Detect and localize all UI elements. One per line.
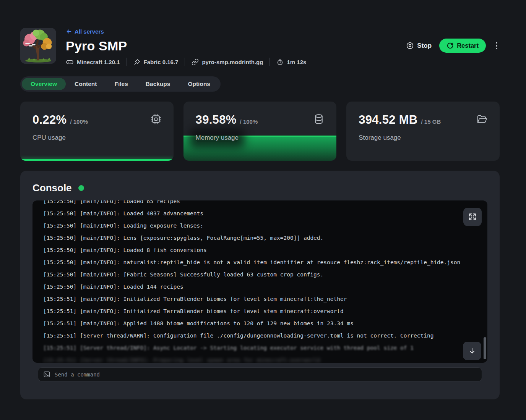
meta-uptime: 1m 12s — [276, 58, 306, 66]
meta-loader-version: Fabric 0.16.7 — [133, 58, 179, 66]
console-log-line: [15:25:50] [main/INFO]: naturalist:repti… — [43, 256, 480, 268]
gamepad-icon — [66, 58, 74, 66]
meta-server-domain[interactable]: pyro-smp.modrinth.gg — [192, 58, 263, 66]
more-options-button[interactable] — [494, 40, 500, 51]
meta-game-version: Minecraft 1.20.1 — [66, 58, 120, 66]
meta-divider — [127, 58, 127, 66]
meta-uptime-label: 1m 12s — [287, 59, 306, 65]
arrow-down-icon — [468, 347, 476, 355]
cpu-chip-icon — [150, 113, 162, 126]
console-log-line: [15:25:50] [main/INFO]: Loaded 65 recipe… — [43, 200, 480, 207]
tab-backups[interactable]: Backups — [137, 78, 179, 90]
command-bar[interactable] — [38, 367, 482, 381]
kebab-icon — [496, 42, 497, 44]
stop-button-label: Stop — [417, 42, 432, 50]
console-log-line: [15:25:50] [main/INFO]: Loaded 144 recip… — [43, 281, 480, 293]
memory-usage-label: Memory usage — [196, 134, 239, 142]
stop-icon — [406, 42, 414, 50]
cpu-usage-label: CPU usage — [32, 134, 66, 142]
tree-icon — [20, 28, 56, 64]
console-log-line: [15:25:50] [main/INFO]: Lens [exposure:s… — [43, 232, 480, 244]
server-page: All servers Pyro SMP Minecraft 1.20.1 — [20, 0, 500, 399]
tab-files[interactable]: Files — [106, 78, 136, 90]
storage-usage-value: 394.52 MB — [359, 113, 417, 127]
stopwatch-icon — [276, 58, 284, 66]
console-log-line: [15:25:51] [main/INFO]: Initialized Terr… — [43, 293, 480, 305]
console-scrollbar-thumb[interactable] — [484, 337, 486, 359]
meta-server-domain-label: pyro-smp.modrinth.gg — [202, 59, 263, 65]
restart-button[interactable]: Restart — [439, 39, 486, 53]
meta-divider — [185, 58, 185, 66]
terminal-icon — [43, 371, 50, 378]
server-meta-row: Minecraft 1.20.1 Fabric 0.16.7 pyro-smp.… — [66, 58, 306, 66]
cpu-usage-limit: / 100% — [70, 118, 88, 125]
console-card: Console [15:25:50] [main/INFO]: Loaded 6… — [20, 171, 500, 399]
stop-button[interactable]: Stop — [406, 42, 432, 50]
server-online-status-dot — [78, 185, 84, 191]
cpu-usage-graph — [20, 159, 174, 161]
link-icon — [192, 58, 199, 66]
console-log-line: [15:25:51] [main/INFO]: Initialized Terr… — [43, 305, 480, 317]
back-arrow-icon — [66, 28, 72, 35]
restart-button-label: Restart — [457, 42, 479, 49]
console-expand-button[interactable] — [463, 208, 482, 226]
storage-usage-card: 394.52 MB / 15 GB Storage usage — [346, 102, 500, 161]
back-link-label: All servers — [75, 28, 104, 35]
server-avatar — [20, 28, 56, 64]
meta-loader-version-label: Fabric 0.16.7 — [144, 59, 179, 65]
fabric-loader-icon — [133, 58, 141, 66]
cpu-usage-value: 0.22% — [32, 113, 67, 127]
memory-usage-card: 39.58% / 100% Memory usage — [183, 102, 337, 161]
console-log-line: [15:25:50] [main/INFO]: [Fabric Seasons]… — [43, 268, 480, 281]
console-title: Console — [32, 182, 72, 194]
tab-overview[interactable]: Overview — [22, 78, 66, 90]
console-log-line: [15:25:51] [main/INFO]: Applied 1488 bio… — [43, 317, 480, 330]
console-log-lines: [15:25:50] [main/INFO]: Loaded 65 recipe… — [43, 200, 480, 363]
page-title: Pyro SMP — [66, 39, 306, 53]
tab-options[interactable]: Options — [179, 78, 219, 90]
storage-usage-label: Storage usage — [359, 134, 401, 142]
command-input[interactable] — [55, 372, 477, 378]
console-log-line: [15:25:50] [main/INFO]: Loaded 4037 adva… — [43, 207, 480, 220]
console-log-line: [15:25:50] [main/INFO]: Loaded 8 fish co… — [43, 244, 480, 256]
expand-icon — [468, 213, 477, 221]
console-log-line: [15:25:51] [Server thread/INFO]: Prepari… — [43, 354, 480, 363]
scroll-to-bottom-button[interactable] — [463, 342, 481, 360]
stats-row: 0.22% / 100% CPU usage 39.58% / 100% Mem… — [20, 102, 500, 161]
storage-usage-limit: / 15 GB — [421, 118, 441, 125]
folder-open-icon — [476, 113, 488, 127]
restart-icon — [446, 42, 454, 49]
console-log-line: [15:25:51] [Server thread/WARN]: Configu… — [43, 330, 480, 342]
database-icon — [313, 113, 325, 126]
console-log-viewport[interactable]: [15:25:50] [main/INFO]: Loaded 65 recipe… — [32, 200, 487, 363]
console-log-line: [15:25:51] [Server thread/INFO]: Async L… — [43, 342, 480, 354]
server-header: All servers Pyro SMP Minecraft 1.20.1 — [20, 28, 500, 66]
cpu-usage-card: 0.22% / 100% CPU usage — [20, 102, 174, 161]
memory-usage-value: 39.58% — [196, 113, 237, 127]
back-to-all-servers-link[interactable]: All servers — [66, 28, 104, 35]
server-info: All servers Pyro SMP Minecraft 1.20.1 — [66, 28, 306, 66]
header-actions: Stop Restart — [406, 39, 500, 53]
meta-divider — [269, 58, 270, 66]
console-log-line: [15:25:50] [main/INFO]: Loading exposure… — [43, 220, 480, 232]
tab-content[interactable]: Content — [66, 78, 106, 90]
meta-game-version-label: Minecraft 1.20.1 — [77, 59, 120, 65]
memory-usage-limit: / 100% — [240, 118, 258, 125]
tab-bar: Overview Content Files Backups Options — [20, 76, 221, 92]
